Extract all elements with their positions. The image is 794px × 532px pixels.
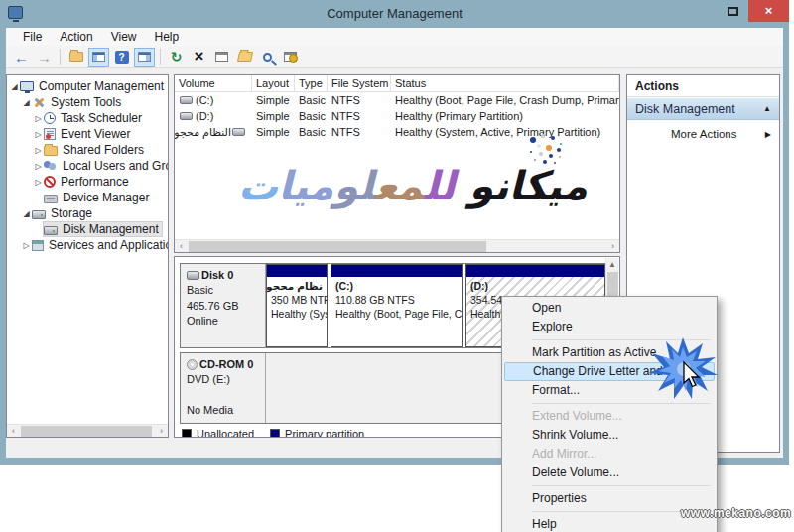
computer-icon (20, 81, 34, 91)
column-volume[interactable]: Volume (175, 75, 252, 91)
back-icon: ← (14, 49, 29, 66)
column-file-system[interactable]: File System (328, 75, 391, 91)
tree-item-device-manager[interactable]: Device Manager (7, 190, 168, 205)
partition-system-reserved[interactable]: نظام محجوز 350 MB NTFS Healthy (System, … (266, 264, 328, 347)
cdrom-media: No Media (187, 403, 259, 418)
volume-list-header: Volume Layout Type File System Status (175, 75, 619, 92)
menu-item-explore[interactable]: Explore (502, 318, 717, 336)
expander-icon[interactable]: ▷ (33, 130, 44, 139)
menu-item-shrink-volume[interactable]: Shrink Volume... (502, 426, 717, 445)
minimize-button[interactable] (693, 0, 719, 22)
menu-bar: File Action View Help (6, 28, 783, 46)
task-scheduler-icon (44, 112, 56, 124)
tree-horizontal-scrollbar[interactable]: ‹ › (7, 424, 168, 437)
properties-button[interactable] (211, 48, 232, 66)
menu-item-delete-volume[interactable]: Delete Volume... (502, 464, 717, 482)
show-action-pane-button[interactable] (134, 48, 155, 66)
cdrom-drive: DVD (E:) (187, 372, 259, 387)
help-button[interactable]: ? (111, 48, 132, 66)
column-type[interactable]: Type (295, 75, 328, 91)
scrollbar-thumb[interactable] (189, 241, 486, 252)
expander-icon[interactable]: ▷ (33, 162, 44, 171)
scroll-left-icon[interactable]: ‹ (7, 425, 20, 437)
more-actions-item[interactable]: More Actions ▶ (627, 120, 779, 140)
expander-icon[interactable]: ▷ (21, 241, 32, 250)
expander-icon[interactable]: ◢ (21, 98, 32, 107)
tree-item-computer-management[interactable]: ◢ Computer Management (Local) (7, 78, 168, 94)
volume-row-c[interactable]: (C:) Simple Basic NTFS Healthy (Boot, Pa… (175, 92, 619, 108)
back-button[interactable]: ← (11, 48, 32, 66)
tree-item-services-applications[interactable]: ▷ Services and Applications (7, 237, 168, 253)
open-folder-icon (236, 52, 252, 62)
folder-up-icon (69, 52, 83, 62)
scroll-left-icon[interactable]: ‹ (175, 240, 188, 252)
disk-icon (187, 271, 199, 280)
volume-horizontal-scrollbar[interactable]: ‹ › (175, 239, 619, 252)
scrollbar-thumb[interactable] (21, 426, 152, 437)
show-console-tree-button[interactable] (88, 48, 109, 66)
partition-legend: Unallocated Primary partition (182, 428, 364, 438)
maximize-button[interactable] (728, 7, 738, 16)
tree-item-task-scheduler[interactable]: ▷ Task Scheduler (7, 110, 168, 126)
partition-context-menu: Open Explore Mark Partition as Active Ch… (501, 296, 718, 532)
tree-item-performance[interactable]: ▷ Performance (7, 174, 168, 190)
cursor-click-effect (647, 337, 719, 405)
volume-row-system-reserved[interactable]: النظام محجوز Simple Basic NTFS Healthy (… (175, 124, 619, 140)
drive-icon (180, 96, 193, 104)
cd-icon (187, 359, 198, 370)
device-manager-icon (44, 195, 58, 203)
menu-item-open[interactable]: Open (502, 299, 717, 318)
expander-icon[interactable]: ◢ (9, 82, 20, 91)
performance-icon (44, 176, 56, 188)
up-level-button[interactable] (66, 48, 86, 66)
partition-c[interactable]: (C:) 110.88 GB NTFS Healthy (Boot, Page … (331, 264, 463, 347)
tree-item-event-viewer[interactable]: ▷ Event Viewer (7, 126, 168, 142)
expander-icon[interactable]: ▷ (33, 146, 44, 155)
watermark-dots (530, 137, 536, 143)
title-bar[interactable]: Computer Management × (0, 0, 789, 28)
disk0-header[interactable]: Disk 0 Basic 465.76 GB Online (181, 264, 266, 347)
menu-view[interactable]: View (102, 29, 146, 45)
actions-header: Actions (627, 75, 779, 97)
cdrom-header[interactable]: CD-ROM 0 DVD (E:) No Media (181, 353, 266, 423)
menu-item-extend-volume: Extend Volume... (502, 407, 717, 426)
expander-icon[interactable]: ▷ (33, 178, 44, 187)
menu-help[interactable]: Help (146, 29, 189, 45)
column-status[interactable]: Status (391, 75, 619, 91)
delete-button[interactable]: × (189, 48, 209, 66)
toolbar-separator (160, 49, 161, 65)
tree-item-disk-management[interactable]: Disk Management (7, 221, 168, 237)
expander-icon[interactable]: ◢ (21, 209, 32, 218)
actions-disk-management-band[interactable]: Disk Management ▲ (627, 97, 779, 120)
refresh-button[interactable]: ↻ (166, 48, 187, 66)
tree-item-storage[interactable]: ◢ Storage (7, 205, 168, 221)
tree-item-system-tools[interactable]: ◢ System Tools (7, 94, 168, 110)
forward-button[interactable]: → (34, 48, 55, 66)
volume-row-d[interactable]: (D:) Simple Basic NTFS Healthy (Primary … (175, 108, 619, 124)
primary-partition-swatch-icon (270, 429, 280, 438)
legend-unallocated: Unallocated (182, 428, 254, 438)
window-title: Computer Management (0, 6, 789, 21)
tree-item-shared-folders[interactable]: ▷ Shared Folders (7, 142, 168, 158)
open-button[interactable] (234, 48, 255, 66)
menu-file[interactable]: File (14, 29, 51, 45)
scroll-up-icon[interactable]: ▲ (606, 258, 618, 271)
close-button[interactable]: × (748, 0, 789, 22)
tree-item-local-users[interactable]: ▷ Local Users and Groups (7, 158, 168, 174)
expander-icon[interactable]: ▷ (33, 114, 44, 123)
column-layout[interactable]: Layout (252, 75, 295, 91)
console-tree-pane: ◢ Computer Management (Local) ◢ System T… (6, 74, 169, 438)
find-button[interactable] (257, 48, 278, 66)
local-users-icon (44, 160, 58, 172)
volume-list-pane: Volume Layout Type File System Status (C… (174, 74, 620, 253)
manage-gear-icon (284, 52, 297, 62)
help-icon: ? (115, 51, 129, 64)
scroll-right-icon[interactable]: › (606, 240, 619, 252)
partition-color-bar (267, 265, 327, 277)
menu-action[interactable]: Action (51, 29, 101, 45)
system-tools-icon (32, 96, 46, 108)
scroll-right-icon[interactable]: › (155, 425, 168, 437)
collapse-icon[interactable]: ▲ (763, 104, 771, 113)
search-icon (263, 53, 272, 62)
manage-button[interactable] (280, 48, 301, 66)
